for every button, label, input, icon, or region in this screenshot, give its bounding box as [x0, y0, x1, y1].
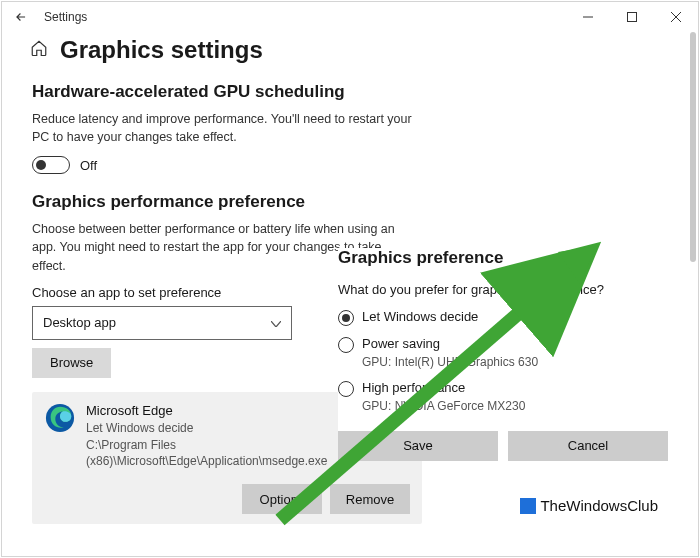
graphics-preference-question: What do you prefer for graphics performa…	[338, 282, 668, 297]
preference-radio-group: Let Windows decide Power saving GPU: Int…	[338, 309, 668, 415]
maximize-button[interactable]	[610, 2, 654, 32]
cancel-button[interactable]: Cancel	[508, 431, 668, 461]
gpu-scheduling-description: Reduce latency and improve performance. …	[32, 110, 412, 146]
page-header: Graphics settings	[30, 36, 668, 64]
radio-label-text: Let Windows decide	[362, 309, 478, 326]
minimize-button[interactable]	[566, 2, 610, 32]
home-icon[interactable]	[30, 39, 48, 61]
edge-icon	[44, 402, 76, 434]
radio-sub-text: GPU: NVIDIA GeForce MX230	[362, 399, 525, 415]
save-button[interactable]: Save	[338, 431, 498, 461]
watermark-logo-icon	[520, 498, 536, 514]
radio-icon	[338, 381, 354, 397]
radio-icon	[338, 310, 354, 326]
radio-label-text: Power saving	[362, 336, 538, 353]
radio-high-performance[interactable]: High performance GPU: NVIDIA GeForce MX2…	[338, 380, 668, 414]
chevron-down-icon	[271, 317, 281, 329]
settings-window: Settings Graphics settings Hardware-acce…	[1, 1, 699, 557]
graphics-preference-heading: Graphics preference	[338, 248, 668, 268]
watermark-text: TheWindowsClub	[540, 497, 658, 514]
browse-button[interactable]: Browse	[32, 348, 111, 378]
titlebar: Settings	[2, 2, 698, 32]
close-button[interactable]	[654, 2, 698, 32]
radio-icon	[338, 337, 354, 353]
gpu-scheduling-heading: Hardware-accelerated GPU scheduling	[32, 82, 412, 102]
back-button[interactable]	[8, 4, 34, 30]
window-title: Settings	[44, 10, 87, 24]
gpu-scheduling-toggle-label: Off	[80, 158, 97, 173]
app-type-dropdown[interactable]: Desktop app	[32, 306, 292, 340]
gpu-scheduling-toggle[interactable]	[32, 156, 70, 174]
window-controls	[566, 2, 698, 32]
performance-preference-heading: Graphics performance preference	[32, 192, 412, 212]
radio-label-text: High performance	[362, 380, 525, 397]
radio-sub-text: GPU: Intel(R) UHD Graphics 630	[362, 355, 538, 371]
page-title: Graphics settings	[60, 36, 263, 64]
remove-button[interactable]: Remove	[330, 484, 410, 514]
options-button[interactable]: Options	[242, 484, 322, 514]
radio-let-windows-decide[interactable]: Let Windows decide	[338, 309, 668, 326]
watermark: TheWindowsClub	[520, 497, 658, 514]
gpu-scheduling-section: Hardware-accelerated GPU scheduling Redu…	[32, 82, 412, 174]
svg-rect-1	[628, 13, 637, 22]
radio-power-saving[interactable]: Power saving GPU: Intel(R) UHD Graphics …	[338, 336, 668, 370]
app-type-value: Desktop app	[43, 315, 116, 330]
graphics-preference-dialog: Graphics preference What do you prefer f…	[338, 248, 668, 461]
